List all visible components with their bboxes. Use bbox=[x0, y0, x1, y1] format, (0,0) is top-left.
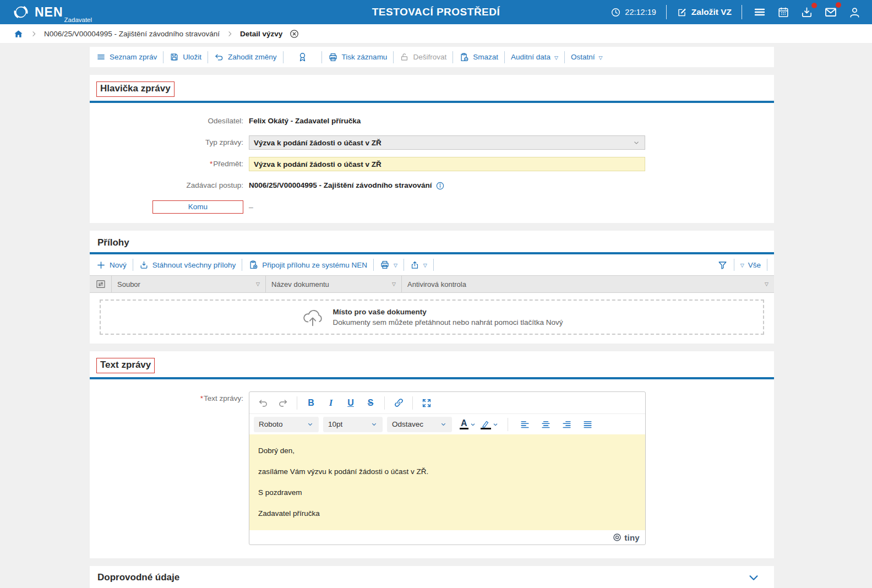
tiny-brand-text: tiny bbox=[624, 533, 640, 542]
section-title-message-text: Text zprávy bbox=[96, 358, 155, 373]
chevron-down-icon bbox=[370, 421, 378, 428]
section-title-accompanying-data: Doprovodné údaje bbox=[97, 572, 179, 583]
subject-label: *Předmět: bbox=[90, 157, 249, 171]
export-attachments-dropdown[interactable]: ▽ bbox=[410, 260, 427, 270]
message-type-select[interactable]: Výzva k podání žádosti o účast v ZŘ bbox=[249, 135, 645, 150]
calendar-icon bbox=[777, 6, 789, 18]
column-settings-button[interactable] bbox=[90, 276, 112, 292]
sender-label: Odesílatel: bbox=[90, 114, 249, 128]
chevron-right-icon bbox=[30, 30, 37, 37]
strikethrough-button[interactable]: S bbox=[362, 395, 379, 411]
divider bbox=[564, 51, 565, 63]
dropzone-subtitle: Dokumenty sem můžete přetáhnout nebo nah… bbox=[333, 318, 563, 326]
sliders-icon bbox=[95, 279, 106, 290]
subject-input[interactable]: Výzva k podání žádosti o účast v ZŘ bbox=[249, 157, 645, 171]
divider bbox=[393, 51, 394, 63]
message-paragraph: Dobrý den, bbox=[258, 447, 636, 455]
editor-toolbar-row1: B I U S bbox=[249, 392, 645, 413]
filter-all-dropdown[interactable]: ▽ Vše bbox=[740, 261, 761, 269]
user-button[interactable] bbox=[847, 5, 862, 20]
breadcrumb-procedure[interactable]: N006/25/V00004995 - Zajištění závodního … bbox=[44, 30, 220, 38]
nen-logo[interactable]: NEN Zadavatel bbox=[12, 3, 92, 21]
create-vz-button[interactable]: Založit VZ bbox=[677, 7, 732, 18]
new-attachment-button[interactable]: Nový bbox=[96, 260, 127, 270]
chevron-down-icon: ▽ bbox=[740, 263, 744, 268]
italic-button[interactable]: I bbox=[323, 395, 339, 411]
attach-from-nen-button[interactable]: Připojit přílohu ze systému NEN bbox=[248, 260, 367, 270]
align-center-button[interactable] bbox=[538, 417, 554, 432]
filter-triangle-icon[interactable]: ▽ bbox=[765, 281, 769, 287]
recipient-link[interactable]: Komu bbox=[152, 200, 243, 214]
link-button[interactable] bbox=[390, 395, 407, 411]
share-icon bbox=[410, 260, 419, 270]
home-button[interactable] bbox=[13, 29, 24, 39]
calendar-button[interactable] bbox=[776, 5, 791, 19]
divider bbox=[283, 51, 284, 63]
editor-toolbar-row2: Roboto 10pt Odstavec bbox=[249, 413, 645, 434]
column-header-nazev-dokumentu[interactable]: Název dokumentu ▽ bbox=[266, 276, 402, 292]
undo-button[interactable] bbox=[255, 395, 271, 411]
decrypt-button[interactable]: Dešifrovat bbox=[400, 52, 446, 62]
message-body-input[interactable]: Dobrý den, zasíláme Vám výzvu k podání ž… bbox=[249, 434, 645, 530]
message-list-button[interactable]: Seznam zpráv bbox=[96, 52, 157, 62]
toolbar-label: Stáhnout všechny přílohy bbox=[152, 261, 236, 269]
message-paragraph: S pozdravem bbox=[258, 488, 636, 497]
attachments-section: Přílohy Nový Stáhnout všechny přílohy bbox=[90, 231, 774, 344]
attachments-toolbar: Nový Stáhnout všechny přílohy bbox=[90, 254, 774, 275]
audit-data-dropdown[interactable]: Auditní data ▽ bbox=[511, 53, 558, 61]
message-type-value: Výzva k podání žádosti o účast v ZŘ bbox=[254, 139, 382, 147]
message-header-section: Hlavička zprávy Odesílatel: Felix Okátý … bbox=[90, 75, 774, 223]
message-text-label-text: Text zprávy: bbox=[204, 394, 243, 402]
nen-logo-icon bbox=[12, 3, 30, 21]
column-header-soubor[interactable]: Soubor ▽ bbox=[112, 276, 266, 292]
print-attachments-dropdown[interactable]: ▽ bbox=[380, 260, 397, 270]
accompanying-data-section: Doprovodné údaje bbox=[90, 566, 774, 588]
other-dropdown[interactable]: Ostatní ▽ bbox=[571, 53, 602, 61]
close-tab-icon[interactable] bbox=[289, 29, 299, 39]
divider bbox=[504, 51, 505, 63]
toolbar-label: Auditní data bbox=[511, 53, 551, 61]
align-left-button[interactable] bbox=[517, 417, 533, 432]
downloads-button[interactable] bbox=[799, 5, 814, 20]
menu-button[interactable] bbox=[752, 4, 767, 20]
filter-triangle-icon[interactable]: ▽ bbox=[256, 281, 260, 287]
discard-changes-button[interactable]: Zahodit změny bbox=[214, 52, 277, 62]
column-label: Název dokumentu bbox=[271, 280, 329, 288]
seal-button[interactable] bbox=[290, 52, 315, 62]
align-justify-button[interactable] bbox=[580, 417, 596, 432]
block-format-select[interactable]: Odstavec bbox=[387, 417, 452, 432]
printer-icon bbox=[328, 52, 338, 62]
column-header-antivirova-kontrola[interactable]: Antivirová kontrola ▽ bbox=[402, 276, 774, 292]
file-dropzone[interactable]: Místo pro vaše dokumenty Dokumenty sem m… bbox=[100, 300, 764, 335]
download-all-attachments-button[interactable]: Stáhnout všechny přílohy bbox=[139, 260, 236, 270]
ribbon-icon bbox=[297, 52, 308, 62]
align-right-button[interactable] bbox=[559, 417, 575, 432]
font-size-select[interactable]: 10pt bbox=[323, 417, 383, 432]
fullscreen-button[interactable] bbox=[418, 395, 435, 411]
highlight-color-button[interactable] bbox=[481, 420, 499, 429]
print-record-button[interactable]: Tisk záznamu bbox=[328, 52, 388, 62]
bold-button[interactable]: B bbox=[303, 395, 319, 411]
underline-button[interactable]: U bbox=[342, 395, 359, 411]
section-underline bbox=[90, 377, 774, 379]
chevron-down-icon bbox=[492, 421, 499, 428]
font-family-value: Roboto bbox=[259, 420, 283, 428]
save-button[interactable]: Uložit bbox=[170, 52, 201, 62]
filter-triangle-icon[interactable]: ▽ bbox=[392, 281, 396, 287]
expand-section-button[interactable] bbox=[748, 571, 760, 584]
toolbar-label: Smazat bbox=[473, 53, 498, 61]
messages-button[interactable] bbox=[823, 4, 838, 20]
divider bbox=[384, 396, 385, 410]
delete-button[interactable]: Smazat bbox=[459, 52, 498, 62]
toolbar-label: Připojit přílohu ze systému NEN bbox=[262, 261, 367, 269]
redo-button[interactable] bbox=[275, 395, 291, 411]
font-family-select[interactable]: Roboto bbox=[254, 417, 319, 432]
text-color-button[interactable]: A bbox=[460, 419, 476, 429]
info-icon[interactable] bbox=[435, 181, 445, 190]
procedure-label: Zadávací postup: bbox=[90, 178, 249, 193]
message-type-label: Typ zprávy: bbox=[90, 135, 249, 150]
filter-button[interactable] bbox=[717, 260, 728, 270]
attachments-table-header: Soubor ▽ Název dokumentu ▽ Antivirová ko… bbox=[90, 275, 774, 293]
rich-text-editor: B I U S bbox=[249, 391, 646, 545]
chevron-down-icon bbox=[470, 421, 476, 428]
